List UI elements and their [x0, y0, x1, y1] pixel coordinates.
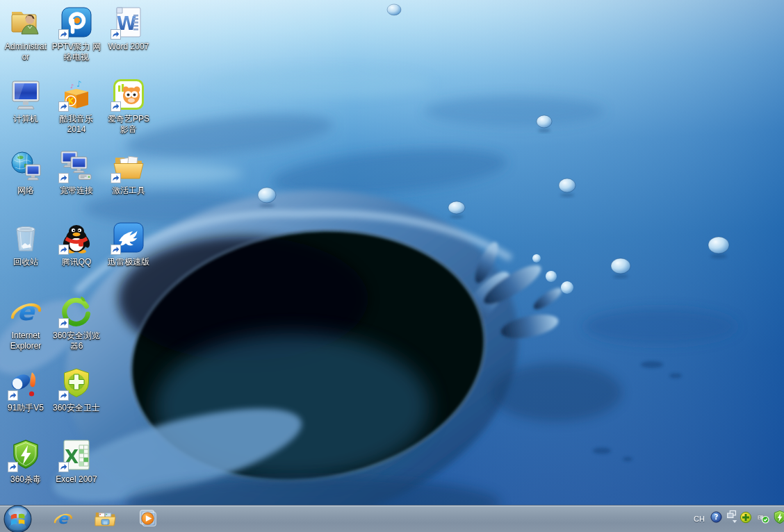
desktop-icon-assistant91[interactable]: 91助手V5	[0, 367, 51, 413]
desktop-icon-label: 回收站	[0, 254, 51, 267]
shortcut-arrow-icon	[58, 390, 69, 401]
shortcut-arrow-icon	[111, 29, 121, 40]
desktop-icon-label: Internet Explorer	[0, 328, 51, 351]
svg-text:e: e	[17, 297, 36, 326]
internet-explorer-icon: e	[9, 294, 42, 328]
windows-desktop: Administrat orPPTV聚力 网 络电视WWord 2007计算机♪…	[0, 0, 784, 532]
shortcut-arrow-icon	[111, 101, 121, 112]
taskbar-windows-explorer-button[interactable]	[92, 506, 117, 531]
activation-tools-icon	[112, 149, 145, 183]
desktop-icon-label: 宽带连接	[51, 183, 102, 196]
desktop-icon-kuwo[interactable]: ♪♪酷我音乐 2014	[51, 78, 102, 135]
windows-media-player-icon	[138, 508, 158, 529]
windows-start-orb-icon	[3, 504, 32, 532]
desktop-icon-safe360[interactable]: 360安全卫士	[51, 367, 102, 413]
windows-explorer-folder-icon	[95, 509, 116, 529]
desktop-icon-excel[interactable]: XExcel 2007	[51, 438, 102, 485]
desktop-icon-label: PPTV聚力 网 络电视	[51, 39, 102, 63]
desktop-icon-label: Excel 2007	[51, 472, 102, 485]
desktop-icon-label: 360安全浏览 器6	[51, 328, 102, 351]
desktop-icon-activation[interactable]: 激活工具	[103, 149, 154, 196]
desktop-icon-word[interactable]: WWord 2007	[103, 6, 154, 52]
360-browser-icon	[60, 294, 93, 328]
thunder-xunlei-icon	[112, 221, 145, 254]
shortcut-arrow-icon	[58, 173, 69, 183]
desktop-icon-se360[interactable]: 360安全浏览 器6	[51, 294, 102, 351]
shortcut-arrow-icon	[8, 462, 18, 472]
desktop-icon-label: 91助手V5	[0, 400, 51, 413]
recycle-bin-icon	[9, 221, 42, 254]
word-2007-icon: W	[112, 6, 145, 39]
pps-iqiyi-icon	[112, 78, 145, 111]
desktop-icon-qq[interactable]: 腾讯QQ	[51, 221, 102, 267]
broadband-connection-icon	[60, 149, 93, 183]
start-button[interactable]	[1, 506, 33, 531]
shortcut-arrow-icon	[58, 29, 69, 40]
desktop-icon-broadband[interactable]: 宽带连接	[51, 149, 102, 196]
language-help-icon: ?	[710, 511, 722, 526]
excel-2007-icon: X	[60, 438, 93, 472]
computer-icon	[9, 78, 42, 111]
desktop-icon-label: 网络	[0, 183, 51, 196]
desktop-icon-label: 爱奇艺PPS 影音	[103, 111, 154, 135]
desktop-icon-network[interactable]: 网络	[0, 149, 51, 196]
desktop-icon-label: 计算机	[0, 111, 51, 124]
360-safeguard-tray-icon	[740, 511, 752, 526]
taskbar-media-player-button[interactable]	[135, 506, 160, 531]
user-folder-icon	[9, 6, 42, 39]
desktop-icon-label: 酷我音乐 2014	[51, 111, 102, 135]
360-antivirus-icon	[9, 438, 42, 472]
tray-usb-safely-remove[interactable]	[756, 506, 769, 531]
desktop-icon-administrator[interactable]: Administrat or	[0, 6, 51, 63]
tray-360-antivirus[interactable]	[772, 506, 784, 531]
desktop-icon-sd360[interactable]: 360杀毒	[0, 438, 51, 485]
desktop-icon-xunlei[interactable]: 迅雷极速版	[103, 221, 154, 267]
desktop-icon-label: 腾讯QQ	[51, 254, 102, 267]
tray-360-safeguard[interactable]	[740, 506, 752, 531]
desktop-icon-ie[interactable]: eInternet Explorer	[0, 294, 51, 351]
language-bar-restore-icon	[726, 509, 738, 528]
internet-explorer-icon: e	[53, 508, 73, 529]
svg-text:♪: ♪	[76, 79, 82, 89]
360-safeguard-icon	[60, 367, 93, 400]
desktop-icon-recycle[interactable]: 回收站	[0, 221, 51, 267]
taskbar: e CH ?	[0, 505, 784, 532]
svg-text:♪: ♪	[70, 83, 74, 90]
usb-safely-remove-icon	[756, 510, 769, 526]
language-indicator[interactable]: CH	[694, 506, 705, 531]
network-icon	[9, 149, 42, 183]
language-bar-restore-button[interactable]	[726, 506, 738, 531]
svg-text:?: ?	[714, 513, 718, 521]
language-indicator-label: CH	[694, 515, 705, 523]
language-help-button[interactable]: ?	[710, 506, 722, 531]
pptv-icon	[60, 6, 93, 39]
shortcut-arrow-icon	[58, 462, 69, 472]
shortcut-arrow-icon	[111, 244, 121, 255]
desktop-icon-label: 360杀毒	[0, 472, 51, 485]
desktop-icon-label: Administrat or	[0, 39, 51, 63]
desktop-icon-label: 迅雷极速版	[103, 254, 154, 267]
360-antivirus-tray-icon	[772, 509, 784, 529]
shortcut-arrow-icon	[58, 101, 69, 112]
desktop-icon-grid: Administrat orPPTV聚力 网 络电视WWord 2007计算机♪…	[0, 0, 784, 506]
desktop-icon-label: Word 2007	[103, 39, 154, 52]
svg-text:e: e	[58, 510, 69, 527]
shortcut-arrow-icon	[58, 318, 69, 329]
shortcut-arrow-icon	[8, 390, 18, 401]
desktop-icon-pps[interactable]: 爱奇艺PPS 影音	[103, 78, 154, 135]
taskbar-internet-explorer-button[interactable]: e	[50, 506, 75, 531]
kuwo-music-icon: ♪♪	[60, 78, 93, 111]
desktop-icon-label: 激活工具	[103, 183, 154, 196]
desktop-icon-computer[interactable]: 计算机	[0, 78, 51, 124]
qq-penguin-icon	[60, 221, 93, 254]
desktop-icon-pptv[interactable]: PPTV聚力 网 络电视	[51, 6, 102, 63]
shortcut-arrow-icon	[111, 173, 121, 183]
shortcut-arrow-icon	[58, 244, 69, 255]
desktop-icon-label: 360安全卫士	[51, 400, 102, 413]
91-assistant-icon	[9, 367, 42, 400]
